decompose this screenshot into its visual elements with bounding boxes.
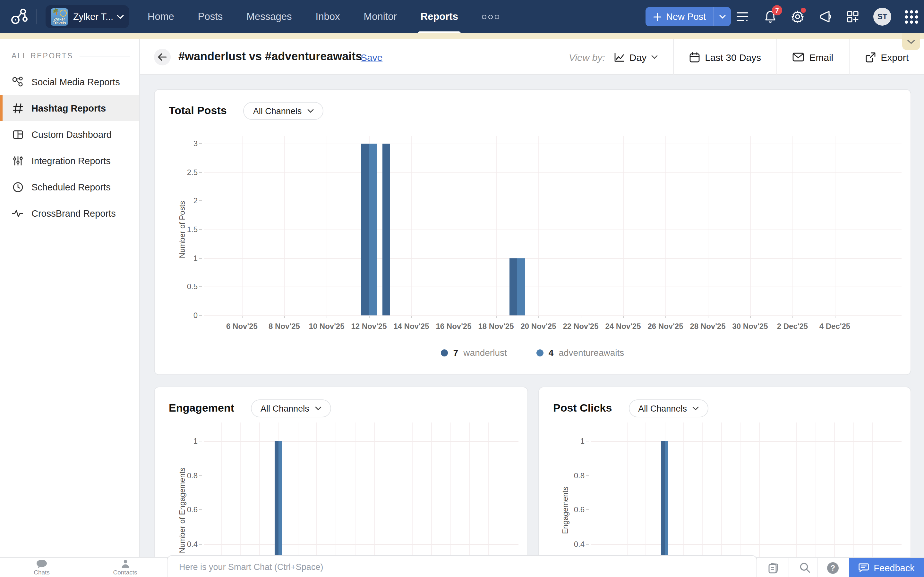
navbar-divider [37, 9, 37, 24]
sidebar-item-social-media-reports[interactable]: Social Media Reports [0, 69, 139, 95]
vertical-gridline [708, 136, 708, 316]
nav-item-home[interactable]: Home [148, 0, 174, 33]
chart-legend: 7 wanderlust 4 adventureawaits [155, 348, 911, 358]
sidebar-item-custom-dashboard[interactable]: Custom Dashboard [0, 121, 139, 147]
horizontal-gridline [204, 201, 901, 201]
back-button[interactable] [154, 49, 171, 65]
engagement-panel: Engagement All Channels 10.80.60.4Number… [154, 387, 528, 577]
sidebar-item-integration-reports[interactable]: Integration Reports [0, 147, 139, 174]
chats-button[interactable]: Chats [19, 558, 64, 577]
brand-avatar: 🌴 ZylkerTravels [51, 8, 68, 25]
contacts-button[interactable]: Contacts [103, 558, 148, 577]
sidebar-item-scheduled-reports[interactable]: Scheduled Reports [0, 174, 139, 200]
vertical-gridline [317, 422, 317, 577]
bottom-toolbar: Chats Contacts ? Feedback [0, 557, 924, 577]
x-axis-label: 6 Nov'25 [219, 322, 265, 331]
vertical-gridline [326, 136, 327, 316]
nav-item-messages[interactable]: Messages [246, 0, 292, 33]
wanderlust-bar[interactable] [361, 143, 369, 316]
engagement-channel-filter[interactable]: All Channels [251, 400, 331, 417]
notifications-bell-icon[interactable]: 7 [763, 10, 777, 24]
vertical-gridline [488, 422, 489, 577]
settings-gear-icon[interactable] [790, 10, 804, 24]
total-posts-channel-filter[interactable]: All Channels [244, 102, 324, 120]
announcements-megaphone-icon[interactable] [818, 10, 832, 24]
nav-item-monitor[interactable]: Monitor [363, 0, 397, 33]
apps-menu-icon[interactable] [905, 10, 918, 23]
x-axis-label: 8 Nov'25 [261, 322, 307, 331]
vertical-gridline [796, 422, 797, 577]
plus-icon [653, 13, 662, 21]
vertical-gridline [834, 422, 835, 577]
clock-icon [11, 181, 24, 193]
vertical-gridline [393, 422, 394, 577]
nav-more-icon[interactable] [482, 0, 499, 33]
vertical-gridline [336, 422, 336, 577]
legend-item-wanderlust[interactable]: 7 wanderlust [441, 348, 507, 358]
horizontal-gridline [204, 510, 519, 510]
y-axis-label: 2.5 [171, 168, 198, 177]
save-report-link[interactable]: Save [360, 52, 383, 63]
report-header: #wanderlust vs #adventureawaits Save Vie… [140, 39, 924, 75]
zoho-social-logo-icon[interactable] [10, 8, 29, 26]
new-post-button[interactable]: New Post [646, 7, 731, 26]
legend-item-adventureawaits[interactable]: 4 adventureawaits [536, 348, 624, 358]
brand-selector[interactable]: 🌴 ZylkerTravels Zylker T... [45, 5, 129, 28]
x-axis-label: 4 Dec'25 [812, 322, 858, 331]
clipboard-history-icon[interactable] [760, 558, 786, 577]
smart-chat-input[interactable] [178, 561, 746, 572]
nav-item-reports[interactable]: Reports [421, 0, 458, 33]
vertical-gridline [750, 136, 751, 316]
horizontal-gridline [204, 229, 901, 230]
vertical-gridline [259, 422, 260, 577]
search-icon[interactable] [792, 558, 817, 577]
vertical-gridline [538, 136, 539, 316]
view-by-day-dropdown[interactable]: Day [614, 52, 657, 63]
reports-sidebar: ALL REPORTS Social Media Reports Hashtag… [0, 39, 140, 557]
smart-chat-bar [167, 555, 757, 577]
help-icon[interactable]: ? [820, 558, 846, 577]
horizontal-gridline [591, 441, 901, 442]
vertical-gridline [450, 422, 451, 577]
x-axis-label: 22 Nov'25 [557, 322, 604, 331]
report-toolbar: View by: Day Last 30 Days Email Export [553, 39, 924, 75]
calendar-icon [689, 52, 700, 63]
new-post-dropdown-button[interactable] [714, 7, 731, 26]
y-axis-title: Number of Engagements [178, 467, 187, 553]
y-axis-title: Engagements [561, 486, 570, 534]
y-axis-label: 0.4 [557, 540, 585, 548]
vertical-gridline [412, 422, 413, 577]
adventureawaits-bar[interactable] [517, 258, 525, 316]
x-axis-label: 24 Nov'25 [600, 322, 646, 331]
y-axis-tick [199, 315, 202, 316]
nav-item-inbox[interactable]: Inbox [316, 0, 340, 33]
y-axis-tick [199, 201, 202, 201]
post-clicks-channel-filter[interactable]: All Channels [628, 400, 709, 417]
chevron-down-icon [719, 15, 726, 19]
y-axis-label: 0.8 [557, 471, 585, 480]
vertical-gridline [721, 422, 722, 577]
vertical-gridline [411, 136, 412, 316]
wanderlust-bar[interactable] [383, 143, 390, 316]
chevron-down-icon [907, 39, 915, 44]
activity-feed-icon[interactable] [735, 10, 750, 24]
horizontal-gridline [204, 475, 519, 476]
vertical-gridline [240, 422, 241, 577]
feedback-button[interactable]: Feedback [849, 558, 924, 577]
legend-dot [441, 349, 448, 356]
x-axis-label: 16 Nov'25 [431, 322, 477, 331]
collapse-banner-button[interactable] [902, 33, 920, 50]
email-report-button[interactable]: Email [776, 39, 849, 75]
adventureawaits-bar[interactable] [369, 143, 376, 316]
horizontal-gridline [204, 172, 901, 173]
y-axis-tick [586, 509, 589, 510]
date-range-button[interactable]: Last 30 Days [673, 39, 776, 75]
nav-item-posts[interactable]: Posts [198, 0, 223, 33]
x-axis-label: 14 Nov'25 [388, 322, 435, 331]
add-widget-grid-icon[interactable] [846, 10, 860, 24]
sidebar-item-hashtag-reports[interactable]: Hashtag Reports [0, 95, 139, 121]
sidebar-item-crossbrand-reports[interactable]: CrossBrand Reports [0, 200, 139, 226]
wanderlust-bar[interactable] [509, 258, 517, 316]
user-avatar[interactable]: ST [873, 8, 891, 26]
social-media-icon [11, 76, 24, 88]
